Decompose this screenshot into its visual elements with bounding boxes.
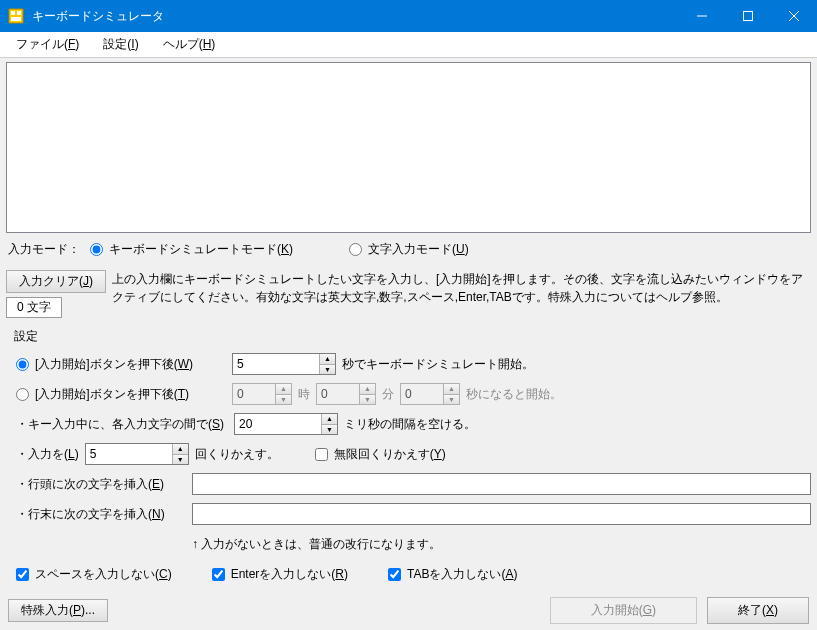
suffix-row: ・行末に次の文字を挿入(N) [16, 501, 811, 527]
spin-down-icon: ▼ [360, 395, 375, 405]
suffix-hint-row: ↑ 入力がないときは、普通の改行になります。 [16, 531, 811, 557]
input-textarea-wrap [6, 62, 811, 233]
svg-rect-5 [744, 12, 753, 21]
help-text: 上の入力欄にキーボードシミュレートしたい文字を入力し、[入力開始]を押します。そ… [112, 270, 811, 306]
hour-label: 時 [298, 386, 310, 403]
after-press-time-radio[interactable]: [入力開始]ボタンを押下後(T) [16, 386, 226, 403]
delay-sec-input[interactable] [233, 354, 319, 374]
settings-panel: [入力開始]ボタンを押下後(W) ▲ ▼ 秒でキーボードシミュレート開始。 [入… [16, 347, 811, 591]
spin-up-icon: ▲ [276, 384, 291, 395]
svg-rect-1 [11, 11, 15, 15]
spin-up-icon[interactable]: ▲ [173, 444, 188, 455]
spin-up-icon: ▲ [360, 384, 375, 395]
special-input-button[interactable]: 特殊入力(P)... [8, 599, 108, 622]
skip-options-row: スペースを入力しない(C) Enterを入力しない(R) TABを入力しない(A… [16, 561, 811, 587]
menubar: ファイル(F) 設定(I) ヘルプ(H) [0, 32, 817, 58]
suffix-label: ・行末に次の文字を挿入(N) [16, 506, 186, 523]
infinite-repeat-input[interactable] [315, 448, 328, 461]
interval-input[interactable] [235, 414, 321, 434]
input-mode-label: 入力モード： [8, 241, 80, 258]
menu-settings[interactable]: 設定(I) [91, 34, 150, 55]
interval-label: ・キー入力中に、各入力文字の間で(S) [16, 416, 228, 433]
suffix-hint: ↑ 入力がないときは、普通の改行になります。 [192, 536, 441, 553]
interval-suffix: ミリ秒の間隔を空ける。 [344, 416, 476, 433]
mode-charinput-radio[interactable]: 文字入力モード(U) [349, 241, 469, 258]
spin-down-icon: ▼ [276, 395, 291, 405]
spin-down-icon[interactable]: ▼ [322, 425, 337, 435]
clear-input-button[interactable]: 入力クリア(J) [6, 270, 106, 293]
spin-up-icon: ▲ [444, 384, 459, 395]
interval-row: ・キー入力中に、各入力文字の間で(S) ▲ ▼ ミリ秒の間隔を空ける。 [16, 411, 811, 437]
char-counter: 0 文字 [6, 297, 62, 318]
skip-space-checkbox[interactable]: スペースを入力しない(C) [16, 566, 172, 583]
after-press-sec-row: [入力開始]ボタンを押下後(W) ▲ ▼ 秒でキーボードシミュレート開始。 [16, 351, 811, 377]
mode-simulate-radio[interactable]: キーボードシミュレートモード(K) [90, 241, 293, 258]
suffix-input[interactable] [192, 503, 811, 525]
menu-file[interactable]: ファイル(F) [4, 34, 91, 55]
mode-simulate-input[interactable] [90, 243, 103, 256]
skip-space-input[interactable] [16, 568, 29, 581]
after-press-time-row: [入力開始]ボタンを押下後(T) ▲ ▼ 時 ▲ ▼ 分 [16, 381, 811, 407]
menu-help[interactable]: ヘルプ(H) [151, 34, 228, 55]
clear-help-row: 入力クリア(J) 0 文字 上の入力欄にキーボードシミュレートしたい文字を入力し… [6, 270, 811, 318]
after-press-sec-input[interactable] [16, 358, 29, 371]
input-mode-row: 入力モード： キーボードシミュレートモード(K) 文字入力モード(U) [6, 237, 811, 262]
after-press-sec-radio[interactable]: [入力開始]ボタンを押下後(W) [16, 356, 226, 373]
repeat-suffix: 回くりかえす。 [195, 446, 279, 463]
repeat-input[interactable] [86, 444, 172, 464]
start-button[interactable]: 入力開始(G) [550, 597, 697, 624]
close-button[interactable] [771, 0, 817, 32]
prefix-input[interactable] [192, 473, 811, 495]
content-area: 入力モード： キーボードシミュレートモード(K) 文字入力モード(U) 入力クリ… [0, 58, 817, 630]
min-label: 分 [382, 386, 394, 403]
spin-down-icon[interactable]: ▼ [173, 455, 188, 465]
window-controls [679, 0, 817, 32]
sec-suffix: 秒になると開始。 [466, 386, 562, 403]
time-sec-spinner: ▲ ▼ [400, 383, 460, 405]
prefix-row: ・行頭に次の文字を挿入(E) [16, 471, 811, 497]
infinite-repeat-checkbox[interactable]: 無限回くりかえす(Y) [315, 446, 446, 463]
time-hour-spinner: ▲ ▼ [232, 383, 292, 405]
settings-header: 設定 [14, 328, 811, 345]
repeat-label: ・入力を(L) [16, 446, 79, 463]
repeat-row: ・入力を(L) ▲ ▼ 回くりかえす。 無限回くりかえす(Y) [16, 441, 811, 467]
interval-spinner[interactable]: ▲ ▼ [234, 413, 338, 435]
spin-up-icon[interactable]: ▲ [322, 414, 337, 425]
mode-charinput-input[interactable] [349, 243, 362, 256]
skip-enter-input[interactable] [212, 568, 225, 581]
minimize-button[interactable] [679, 0, 725, 32]
app-icon [8, 8, 24, 24]
after-press-time-input[interactable] [16, 388, 29, 401]
delay-sec-spinner[interactable]: ▲ ▼ [232, 353, 336, 375]
svg-rect-3 [11, 17, 21, 21]
skip-tab-checkbox[interactable]: TABを入力しない(A) [388, 566, 517, 583]
skip-enter-checkbox[interactable]: Enterを入力しない(R) [212, 566, 348, 583]
skip-tab-input[interactable] [388, 568, 401, 581]
time-min-spinner: ▲ ▼ [316, 383, 376, 405]
prefix-label: ・行頭に次の文字を挿入(E) [16, 476, 186, 493]
spin-up-icon[interactable]: ▲ [320, 354, 335, 365]
time-sec-input [401, 384, 443, 404]
input-textarea[interactable] [7, 63, 810, 232]
maximize-button[interactable] [725, 0, 771, 32]
bottom-bar: 特殊入力(P)... 入力開始(G) 終了(X) [6, 591, 811, 624]
svg-rect-2 [17, 11, 21, 15]
spin-down-icon: ▼ [444, 395, 459, 405]
time-hour-input [233, 384, 275, 404]
titlebar: キーボードシミュレータ [0, 0, 817, 32]
repeat-spinner[interactable]: ▲ ▼ [85, 443, 189, 465]
delay-sec-suffix: 秒でキーボードシミュレート開始。 [342, 356, 534, 373]
spin-down-icon[interactable]: ▼ [320, 365, 335, 375]
time-min-input [317, 384, 359, 404]
exit-button[interactable]: 終了(X) [707, 597, 809, 624]
window-title: キーボードシミュレータ [32, 8, 679, 25]
